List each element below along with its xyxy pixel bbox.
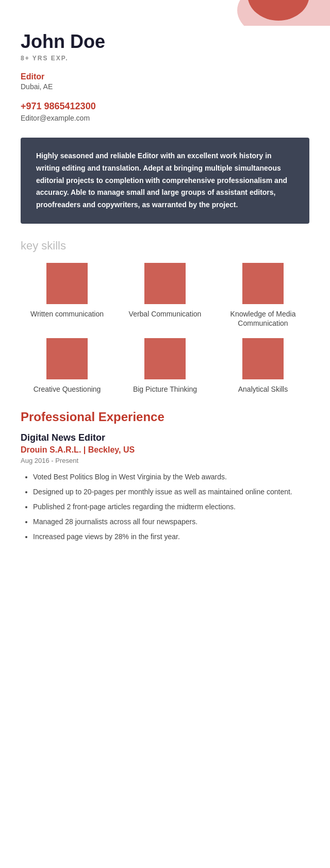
skill-label-written: Written communication	[30, 309, 104, 319]
skill-block-creative	[46, 338, 88, 379]
company-name: Drouin S.A.R.L. | Beckley, US	[21, 445, 309, 455]
list-item: Published 2 front-page articles regardin…	[33, 502, 309, 512]
header-decoration	[0, 0, 330, 26]
job-entry: Digital News Editor Drouin S.A.R.L. | Be…	[21, 432, 309, 542]
job-title: Editor	[21, 72, 309, 81]
date-range: Aug 2016 - Present	[21, 457, 309, 464]
skills-grid: Written communication Verbal Communicati…	[21, 263, 309, 394]
bullet-list: Voted Best Politics Blog in West Virgini…	[21, 472, 309, 542]
list-item: Increased page views by 28% in the first…	[33, 531, 309, 542]
skill-item: Written communication	[21, 263, 113, 328]
email-address: Editor@example.com	[21, 114, 309, 122]
key-skills-title: key skills	[21, 239, 309, 253]
years-experience: 8+ YRS EXP.	[21, 55, 309, 62]
candidate-name: John Doe	[21, 31, 309, 53]
skill-label-creative: Creative Questioning	[34, 385, 101, 394]
skill-label-verbal: Verbal Communication	[129, 309, 202, 319]
list-item: Managed 28 journalists across all four n…	[33, 516, 309, 527]
skill-label-analytical: Analytical Skills	[238, 385, 288, 394]
main-content: John Doe 8+ YRS EXP. Editor Dubai, AE +9…	[0, 26, 330, 567]
skill-label-media: Knowledge of Media Communication	[217, 309, 309, 328]
skill-block-media	[242, 263, 284, 304]
skill-item: Knowledge of Media Communication	[217, 263, 309, 328]
skill-item: Analytical Skills	[217, 338, 309, 394]
phone-number: +971 9865412300	[21, 101, 309, 112]
skill-block-analytical	[242, 338, 284, 379]
skill-item: Verbal Communication	[119, 263, 211, 328]
list-item: Voted Best Politics Blog in West Virgini…	[33, 472, 309, 482]
location: Dubai, AE	[21, 82, 309, 91]
skill-block-written	[46, 263, 88, 304]
skill-item: Creative Questioning	[21, 338, 113, 394]
job-position: Digital News Editor	[21, 432, 309, 443]
summary-box: Highly seasoned and reliable Editor with…	[21, 138, 309, 224]
skill-label-bigpicture: Big Picture Thinking	[133, 385, 197, 394]
skill-block-verbal	[144, 263, 186, 304]
list-item: Designed up to 20-pages per monthly issu…	[33, 487, 309, 497]
professional-experience-title: Professional Experience	[21, 410, 309, 424]
summary-text: Highly seasoned and reliable Editor with…	[36, 150, 294, 211]
skill-item: Big Picture Thinking	[119, 338, 211, 394]
skill-block-bigpicture	[144, 338, 186, 379]
